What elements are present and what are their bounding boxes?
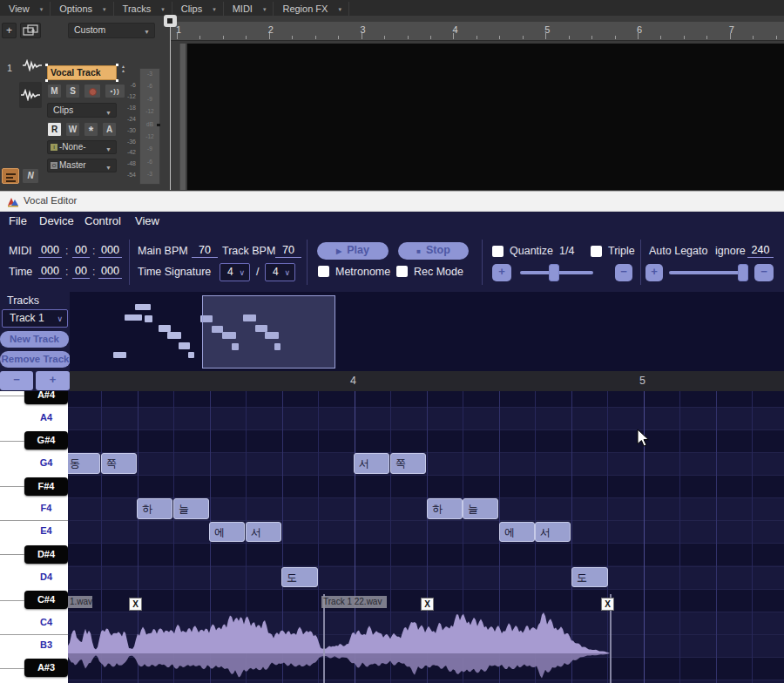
archive-button[interactable]: A <box>102 122 117 137</box>
piano-key-F4[interactable]: F4 <box>24 503 68 513</box>
midi-field-beat[interactable]: 00 <box>72 244 90 258</box>
mute-button[interactable]: M <box>47 84 62 98</box>
editor-title-bar[interactable]: Vocal Editor <box>0 191 784 212</box>
track-name-field[interactable]: Vocal Track <box>47 65 117 80</box>
read-automation-button[interactable]: R <box>47 122 62 137</box>
piano-key-A#4[interactable]: A#4 <box>24 391 68 404</box>
note-grid[interactable]: 1.wavTrack 1 22.wavXXX동쪽하늘에서도서쪽하늘에서도 <box>68 391 784 683</box>
midi-field-tick[interactable]: 000 <box>98 244 122 258</box>
piano-key-E4[interactable]: E4 <box>24 525 68 536</box>
main-bpm-field[interactable]: 70 <box>192 244 218 258</box>
record-arm-button[interactable] <box>84 84 101 98</box>
piano-key-D#4[interactable]: D#4 <box>24 545 68 564</box>
zoom-in-button[interactable]: + <box>36 371 70 390</box>
midi-note[interactable]: 서 <box>535 522 571 542</box>
clip-close-button[interactable]: X <box>129 598 142 611</box>
midi-note[interactable]: 늘 <box>463 498 498 518</box>
midi-note[interactable]: 쪽 <box>390 453 426 473</box>
midi-note[interactable]: 에 <box>209 522 245 542</box>
ts-numerator-value: 4 <box>227 266 233 278</box>
solo-button[interactable]: S <box>65 84 80 98</box>
editor-menu-file[interactable]: File <box>9 214 27 227</box>
notes-overview[interactable] <box>70 292 784 371</box>
add-track-button[interactable]: + <box>2 23 17 38</box>
piano-key-B3[interactable]: B3 <box>24 639 68 650</box>
volume-fader[interactable]: -3-6-9-12dB-12-9-6-3 <box>139 68 160 185</box>
legato-slider-track[interactable] <box>669 271 746 274</box>
midi-note[interactable]: 도 <box>281 567 318 587</box>
key-separator <box>0 396 24 396</box>
metronome-checkbox[interactable] <box>318 266 329 277</box>
piano-key-F#4[interactable]: F#4 <box>24 477 68 496</box>
time-field-sec[interactable]: 00 <box>72 265 90 279</box>
remove-track-button[interactable]: Remove Track <box>0 351 71 368</box>
midi-note[interactable]: 서 <box>246 522 281 542</box>
track-layout-button[interactable] <box>2 168 19 184</box>
write-automation-button[interactable]: W <box>65 122 80 137</box>
rec-mode-checkbox[interactable] <box>396 266 408 277</box>
clip-label: 1.wav <box>68 596 92 608</box>
clip-close-button[interactable]: X <box>601 598 614 611</box>
fx-asterisk-button[interactable]: * <box>84 122 98 137</box>
ruler-tick <box>476 36 477 39</box>
workspace-dropdown[interactable]: Custom ▼ <box>68 23 155 38</box>
editor-menu-view[interactable]: View <box>135 214 159 227</box>
quantize-decrease-button[interactable]: − <box>615 264 632 281</box>
quantize-increase-button[interactable]: + <box>492 264 511 281</box>
clips-dropdown[interactable]: Clips ▼ <box>47 103 117 118</box>
track-select[interactable]: Track 1 ∨ <box>2 309 68 328</box>
track-thumbnail[interactable] <box>19 82 42 108</box>
track-bpm-field[interactable]: 70 <box>275 244 301 258</box>
midi-note[interactable]: 쪽 <box>101 453 137 473</box>
piano-key-C#4[interactable]: C#4 <box>24 591 68 609</box>
quantize-slider-handle[interactable] <box>549 264 559 281</box>
quantize-value[interactable]: 1/4 <box>559 245 574 257</box>
midi-note[interactable]: 하 <box>427 498 463 518</box>
midi-note[interactable]: 서 <box>354 453 389 473</box>
editor-menu-control[interactable]: Control <box>84 214 121 227</box>
clip-close-button[interactable]: X <box>421 598 434 611</box>
time-signature-denominator-select[interactable]: 4 ∨ <box>265 263 295 281</box>
legato-slider-handle[interactable] <box>738 264 748 281</box>
midi-field-measure[interactable]: 000 <box>38 244 62 258</box>
midi-note[interactable]: 늘 <box>173 498 209 518</box>
menu-arrow-icon: ▾ <box>263 6 267 12</box>
triple-checkbox[interactable] <box>591 246 602 257</box>
midi-note[interactable]: 에 <box>499 522 535 542</box>
piano-key-G#4[interactable]: G#4 <box>24 431 68 450</box>
piano-key-G4[interactable]: G4 <box>24 457 68 468</box>
overview-viewport[interactable] <box>202 295 335 369</box>
legato-increase-button[interactable]: + <box>645 264 663 281</box>
daw-timeline-ruler[interactable]: 1234567 <box>171 22 784 41</box>
new-track-button[interactable]: New Track <box>0 331 69 348</box>
midi-note[interactable]: 도 <box>571 567 608 587</box>
piano-key-A#3[interactable]: A#3 <box>24 659 68 677</box>
time-field-ms[interactable]: 000 <box>98 265 122 279</box>
piano-key-A4[interactable]: A4 <box>24 412 68 423</box>
midi-note[interactable]: 동 <box>68 453 100 473</box>
midi-note[interactable]: 하 <box>137 498 172 518</box>
editor-timeline-ruler[interactable]: 45 <box>70 371 784 392</box>
overview-note <box>125 314 142 321</box>
zoom-out-button[interactable]: − <box>0 371 33 390</box>
expand-track-icon[interactable]: ▲▲ <box>121 64 125 73</box>
stop-label: Stop <box>426 244 450 256</box>
panel-scrollbar[interactable] <box>179 44 186 190</box>
envelope-button[interactable]: N <box>22 168 39 184</box>
quantize-checkbox[interactable] <box>492 246 504 257</box>
duplicate-icon[interactable] <box>20 23 41 38</box>
workspace-dropdown-label: Custom <box>74 24 105 35</box>
piano-key-C4[interactable]: C4 <box>24 617 68 627</box>
editor-menu-device[interactable]: Device <box>39 214 74 227</box>
piano-key-D4[interactable]: D4 <box>24 571 68 582</box>
ignore-value-field[interactable]: 240 <box>747 244 774 258</box>
stop-button[interactable]: ■Stop <box>398 242 469 260</box>
output-dropdown[interactable]: OMaster ▼ <box>47 159 117 172</box>
time-field-min[interactable]: 000 <box>38 265 62 279</box>
legato-decrease-button[interactable]: − <box>754 264 774 281</box>
track-lane-area[interactable] <box>187 44 784 190</box>
playhead-marker[interactable] <box>164 15 177 27</box>
input-dropdown[interactable]: I-None- ▼ <box>47 140 117 154</box>
time-signature-numerator-select[interactable]: 4 ∨ <box>220 263 250 281</box>
play-button[interactable]: ▶Play <box>317 242 389 260</box>
